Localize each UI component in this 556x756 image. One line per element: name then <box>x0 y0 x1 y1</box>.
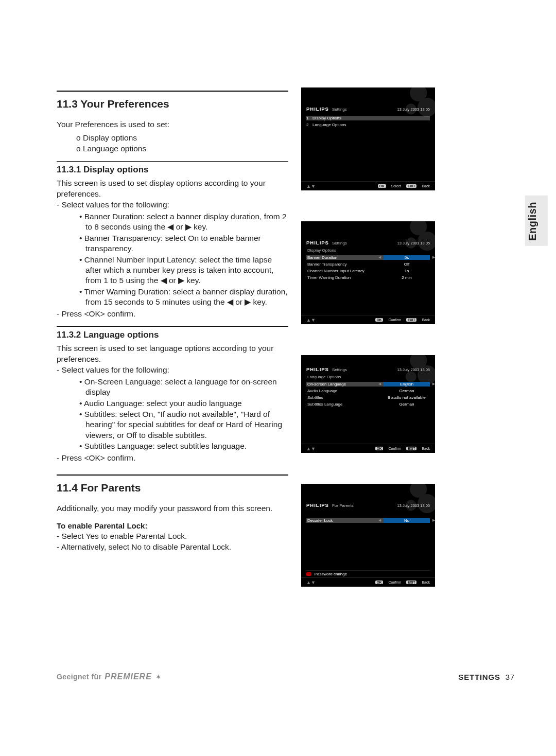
list-item: Select values for the following: On-Scre… <box>57 365 288 452</box>
hint: Confirm <box>388 447 401 450</box>
nav-arrows-icon: ▲▼ <box>306 318 316 323</box>
screenshot-settings-menu: PHILIPS Settings 13 July 2003 13:05 1 Di… <box>301 87 435 190</box>
exit-chip: EXIT <box>406 581 416 584</box>
section-11-3-intro: Your Preferences is used to set: <box>57 119 288 130</box>
paragraph: Additionally, you may modify your passwo… <box>57 503 288 514</box>
section-11-3-2-title: 11.3.2 Language options <box>57 330 288 340</box>
page-number: 37 <box>506 673 515 681</box>
breadcrumb: Settings <box>332 241 347 245</box>
text-column: 11.3 Your Preferences Your Preferences i… <box>57 91 288 553</box>
gears-icon <box>391 221 435 257</box>
option-row: Channel Number Input Latency 1s <box>306 268 430 274</box>
rule <box>57 161 288 162</box>
breadcrumb: Settings <box>332 107 347 112</box>
hint: Confirm <box>388 318 401 322</box>
list-item: Subtitles: select On, "If audio not avai… <box>79 409 288 441</box>
red-chip-icon <box>306 572 311 576</box>
hint: Back <box>422 581 430 584</box>
list-item: Select Yes to enable Parental Lock. <box>57 531 288 541</box>
list-item: Banner Transparency: select On to enable… <box>79 233 288 254</box>
ok-chip: OK <box>375 581 384 584</box>
list-item: Timer Warning Duration: select a banner … <box>79 287 288 308</box>
brand: PHILIPS <box>306 366 329 372</box>
exit-chip: EXIT <box>406 318 416 322</box>
exit-chip: EXIT <box>406 184 416 188</box>
screenshot-language-options: PHILIPS Settings 13 July 2003 13:05 Lang… <box>301 355 435 453</box>
list-item: Subtitles Language: select subtitles lan… <box>79 441 288 451</box>
paragraph: This screen is used to set language opti… <box>57 343 288 364</box>
list-item: Press <OK> confirm. <box>57 453 288 463</box>
footer-section: SETTINGS <box>458 673 500 681</box>
nav-arrows-icon: ▲▼ <box>306 184 316 189</box>
list-item: Select values for the following: Banner … <box>57 200 288 308</box>
option-row: Subtitles If audio not available <box>306 394 430 400</box>
list-item: Press <OK> confirm. <box>57 309 288 319</box>
language-tab: English <box>525 196 548 246</box>
list-item: Language options <box>76 144 288 154</box>
list-item: On-Screen Language: select a language fo… <box>79 377 288 398</box>
gears-icon <box>391 87 435 124</box>
breadcrumb: For Parents <box>332 503 354 508</box>
list-item: Alternatively, select No to disable Pare… <box>57 542 288 552</box>
ok-chip: OK <box>375 447 384 450</box>
hint: Select <box>391 184 401 188</box>
star-icon: ✶ <box>156 674 161 680</box>
list-item: Banner Duration: select a banner display… <box>79 212 288 233</box>
list-item: Channel Number Input Latency: select the… <box>79 255 288 286</box>
rule <box>57 474 288 476</box>
brand: PHILIPS <box>306 106 329 112</box>
brand: PHILIPS <box>306 502 329 508</box>
nav-arrows-icon: ▲▼ <box>306 580 316 585</box>
exit-chip: EXIT <box>406 447 416 450</box>
ok-chip: OK <box>375 318 384 322</box>
breadcrumb: Settings <box>332 367 347 372</box>
option-row: Banner Transparency Off <box>306 261 430 267</box>
option-row: Audio Language German <box>306 388 430 394</box>
rule <box>57 91 288 92</box>
option-row: On-screen Language English <box>306 381 430 387</box>
footer-left-text: Geeignet für <box>57 673 101 681</box>
page-footer: Geeignet für PREMIERE ✶ SETTINGS 37 <box>57 672 515 681</box>
list-item: Display options <box>76 133 288 143</box>
rule <box>57 326 288 327</box>
hint: Back <box>422 184 430 188</box>
gears-icon <box>391 484 435 520</box>
paragraph: This screen is used to set display optio… <box>57 178 288 199</box>
preferences-list: Display options Language options <box>76 133 288 154</box>
brand: PHILIPS <box>306 240 329 245</box>
section-11-3-title: 11.3 Your Preferences <box>57 98 288 110</box>
premiere-logo: PREMIERE <box>105 672 152 681</box>
ok-chip: OK <box>378 184 386 188</box>
section-11-4-title: 11.4 For Parents <box>57 482 288 494</box>
hint: Confirm <box>388 581 401 584</box>
nav-arrows-icon: ▲▼ <box>306 446 316 451</box>
option-row: Timer Warning Duration 2 min <box>306 274 430 280</box>
section-11-3-1-title: 11.3.1 Display options <box>57 165 288 175</box>
option-row: Decoder Lock No <box>306 517 430 523</box>
screenshot-for-parents: PHILIPS For Parents 13 July 2003 13:05 D… <box>301 484 435 587</box>
option-row: Subtitles Language German <box>306 401 430 407</box>
screenshot-column: PHILIPS Settings 13 July 2003 13:05 1 Di… <box>301 87 435 618</box>
option-row: Banner Duration 5s <box>306 254 430 260</box>
password-change-label: Password change <box>315 572 348 576</box>
screenshot-display-options: PHILIPS Settings 13 July 2003 13:05 Disp… <box>301 221 435 324</box>
list-item: Audio Language: select your audio langua… <box>79 398 288 409</box>
hint: Back <box>422 447 430 450</box>
subheading: To enable Parental Lock: <box>57 521 288 530</box>
hint: Back <box>422 318 430 322</box>
